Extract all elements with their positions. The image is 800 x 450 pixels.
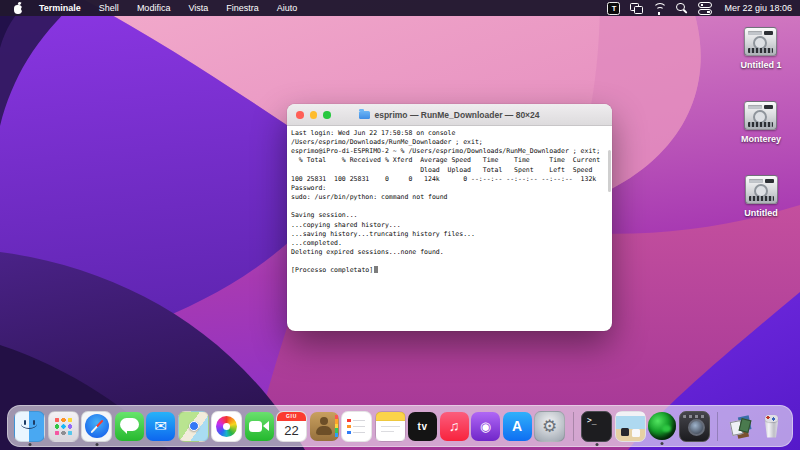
dock-icon-mail[interactable]: ✉ xyxy=(146,412,175,441)
podcasts-glyph: ◉ xyxy=(471,412,500,441)
dock-icon-trash[interactable] xyxy=(757,412,786,441)
drive-label: Untitled xyxy=(744,208,778,218)
dock-icon-launchpad[interactable] xyxy=(48,411,79,442)
music-glyph: ♫ xyxy=(440,412,469,441)
desktop-screen: TerminaleShellModificaVistaFinestraAiuto… xyxy=(0,0,800,450)
terminal-glyph: >_ xyxy=(582,412,611,441)
menu-bar: TerminaleShellModificaVistaFinestraAiuto… xyxy=(0,0,800,16)
dock-icon-appletv[interactable]: tv xyxy=(408,412,437,441)
running-indicator xyxy=(95,443,98,446)
running-indicator xyxy=(28,443,31,446)
terminal-line: 100 25831 100 25831 0 0 124k 0 --:--:-- … xyxy=(291,175,608,184)
menu-shell[interactable]: Shell xyxy=(90,3,128,13)
desktop-drive-untitled[interactable]: Untitled xyxy=(744,175,778,218)
terminal-line: ...copying shared history... xyxy=(291,221,608,230)
desktop-drive-monterey[interactable]: Monterey xyxy=(741,101,781,144)
running-indicator xyxy=(661,442,664,445)
window-title: esprimo — RunMe_Downloader — 80×24 xyxy=(374,110,539,120)
dock-icon-finder[interactable] xyxy=(14,411,45,442)
dock-icon-notes[interactable] xyxy=(375,411,406,442)
menu-bar-clock[interactable]: Mer 22 giu 18:06 xyxy=(724,3,792,13)
dock: ✉GIU22tv♫◉A⚙>_ xyxy=(7,405,793,447)
hard-drive-icon xyxy=(745,175,778,204)
menu-finestra[interactable]: Finestra xyxy=(217,3,268,13)
menu-bar-right: T Mer 22 giu 18:06 xyxy=(598,2,792,15)
terminal-line: % Total % Received % Xferd Average Speed… xyxy=(291,156,608,165)
terminal-window[interactable]: esprimo — RunMe_Downloader — 80×24 Last … xyxy=(287,104,612,331)
terminal-line: /Users/esprimo/Downloads/RunMe_Downloade… xyxy=(291,138,608,147)
dock-icon-messages[interactable] xyxy=(115,412,144,441)
terminal-line: Last login: Wed Jun 22 17:50:58 on conso… xyxy=(291,129,608,138)
dock-icon-calendar[interactable]: GIU22 xyxy=(276,411,307,442)
mail-glyph: ✉ xyxy=(146,412,175,441)
dock-icon-downloads[interactable] xyxy=(726,412,755,441)
dock-separator xyxy=(717,412,718,441)
screen-mirroring-icon[interactable] xyxy=(629,2,643,15)
terminal-content[interactable]: Last login: Wed Jun 22 17:50:58 on conso… xyxy=(287,126,612,278)
desktop-drives: Untitled 1MontereyUntitled xyxy=(728,27,794,249)
terminal-line: sudo: /usr/bin/python: command not found xyxy=(291,193,608,202)
menu-aiuto[interactable]: Aiuto xyxy=(268,3,307,13)
terminal-line: Deleting expired sessions...none found. xyxy=(291,248,608,257)
menu-modifica[interactable]: Modifica xyxy=(128,3,180,13)
status-icons: T xyxy=(598,2,712,15)
dock-icon-terminal[interactable]: >_ xyxy=(581,411,612,442)
terminal-line: [Processo completato] xyxy=(291,266,608,275)
control-center-icon[interactable] xyxy=(698,2,712,15)
dock-icon-diskimage[interactable] xyxy=(615,411,646,442)
menu-list: TerminaleShellModificaVistaFinestraAiuto xyxy=(30,3,306,13)
menu-terminale[interactable]: Terminale xyxy=(30,3,90,13)
terminal-line: ...saving history...truncating history f… xyxy=(291,230,608,239)
boxed-t-icon[interactable]: T xyxy=(607,2,620,15)
dock-icon-appstore[interactable]: A xyxy=(503,412,532,441)
calendar-day: 22 xyxy=(277,421,306,441)
terminal-line: Password: xyxy=(291,184,608,193)
dock-icon-globeapp[interactable] xyxy=(648,412,676,440)
terminal-cursor xyxy=(374,266,378,273)
terminal-line xyxy=(291,202,608,211)
dock-icon-music[interactable]: ♫ xyxy=(440,412,469,441)
appstore-glyph: A xyxy=(503,412,532,441)
search-icon[interactable] xyxy=(675,2,689,15)
menu-vista[interactable]: Vista xyxy=(179,3,217,13)
terminal-line: esprimo@iPro-di-ESPRIMO-2 ~ % /Users/esp… xyxy=(291,147,608,156)
terminal-scrollbar[interactable] xyxy=(608,150,611,192)
dock-icon-systemprefs[interactable]: ⚙ xyxy=(534,411,565,442)
hard-drive-icon xyxy=(744,27,777,56)
title-area: esprimo — RunMe_Downloader — 80×24 xyxy=(287,104,612,125)
terminal-line xyxy=(291,257,608,266)
terminal-line: Saving session... xyxy=(291,211,608,220)
terminal-titlebar[interactable]: esprimo — RunMe_Downloader — 80×24 xyxy=(287,104,612,126)
dock-separator xyxy=(573,412,574,441)
dock-icon-photos[interactable] xyxy=(211,411,242,442)
dock-icon-facetime[interactable] xyxy=(245,412,274,441)
systemprefs-glyph: ⚙ xyxy=(535,412,564,441)
desktop-drive-untitled-1[interactable]: Untitled 1 xyxy=(740,27,781,70)
running-indicator xyxy=(595,443,598,446)
terminal-line: Dload Upload Total Spent Left Speed xyxy=(291,166,608,175)
calendar-month: GIU xyxy=(277,412,306,421)
dock-icon-maps[interactable] xyxy=(178,411,209,442)
drive-label: Untitled 1 xyxy=(740,60,781,70)
dock-icon-cameraapp[interactable] xyxy=(679,411,710,442)
folder-proxy-icon[interactable] xyxy=(359,111,370,119)
dock-icon-reminders[interactable] xyxy=(341,411,372,442)
apple-menu-icon[interactable] xyxy=(12,2,24,14)
drive-label: Monterey xyxy=(741,134,781,144)
dock-icon-contacts[interactable] xyxy=(310,412,339,441)
dock-icon-podcasts[interactable]: ◉ xyxy=(471,412,500,441)
wifi-icon[interactable] xyxy=(652,2,666,15)
dock-icon-safari[interactable] xyxy=(81,411,112,442)
hard-drive-icon xyxy=(744,101,777,130)
terminal-line: ...completed. xyxy=(291,239,608,248)
appletv-glyph: tv xyxy=(408,412,437,441)
